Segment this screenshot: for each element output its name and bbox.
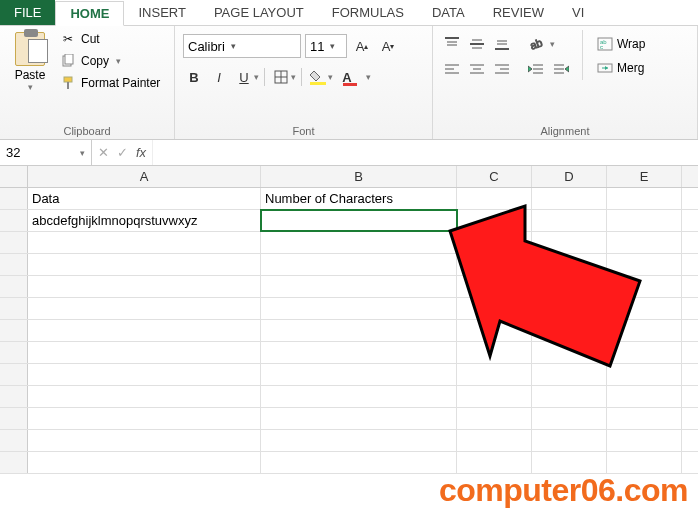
cell[interactable]: Data [28,188,261,209]
cell[interactable] [532,232,607,253]
row-header[interactable] [0,298,28,319]
row-header[interactable] [0,364,28,385]
cell[interactable] [532,320,607,341]
tab-data[interactable]: DATA [418,0,479,25]
cell[interactable] [532,276,607,297]
cell[interactable] [261,408,457,429]
cell[interactable] [261,364,457,385]
orientation-button[interactable]: ab [525,34,547,54]
cell[interactable] [457,232,532,253]
format-painter-button[interactable]: Format Painter [56,74,164,92]
cell[interactable] [457,188,532,209]
cell[interactable] [457,408,532,429]
cell[interactable] [28,320,261,341]
cell[interactable] [607,276,682,297]
cell[interactable] [607,254,682,275]
align-right-button[interactable] [491,60,513,80]
cell[interactable] [28,254,261,275]
tab-formulas[interactable]: FORMULAS [318,0,418,25]
cell[interactable] [532,452,607,473]
increase-indent-button[interactable] [550,60,572,80]
cell[interactable] [28,452,261,473]
fill-handle[interactable] [455,229,461,235]
cell[interactable] [261,342,457,363]
cell[interactable] [607,364,682,385]
cell[interactable] [261,254,457,275]
fill-color-button[interactable] [307,66,329,88]
tab-file[interactable]: FILE [0,0,55,25]
cell[interactable] [532,364,607,385]
cell[interactable]: Number of Characters [261,188,457,209]
cell-selected[interactable] [261,210,457,231]
accept-formula-button[interactable]: ✓ [117,145,128,160]
bold-button[interactable]: B [183,66,205,88]
copy-button[interactable]: Copy ▾ [56,52,164,70]
cell[interactable] [457,276,532,297]
cell[interactable] [28,430,261,451]
merge-button[interactable]: Merg [593,58,649,78]
tab-insert[interactable]: INSERT [124,0,199,25]
cell[interactable] [532,188,607,209]
cell[interactable] [261,452,457,473]
cell[interactable] [607,188,682,209]
cell[interactable] [532,386,607,407]
row-header[interactable] [0,342,28,363]
align-middle-button[interactable] [466,34,488,54]
tab-review[interactable]: REVIEW [479,0,558,25]
cell[interactable] [607,298,682,319]
row-header[interactable] [0,386,28,407]
column-header-c[interactable]: C [457,166,532,187]
cell[interactable] [261,386,457,407]
align-top-button[interactable] [441,34,463,54]
cell[interactable] [457,342,532,363]
paste-button[interactable]: Paste ▾ [8,30,52,92]
row-header[interactable] [0,430,28,451]
column-header-e[interactable]: E [607,166,682,187]
name-box[interactable]: 32 ▾ [0,140,92,165]
column-header-a[interactable]: A [28,166,261,187]
underline-button[interactable]: U [233,66,255,88]
cell[interactable] [261,276,457,297]
cell[interactable] [532,408,607,429]
cell[interactable] [28,232,261,253]
cell[interactable] [457,430,532,451]
row-header[interactable] [0,188,28,209]
cell[interactable] [28,408,261,429]
align-bottom-button[interactable] [491,34,513,54]
italic-button[interactable]: I [208,66,230,88]
cell[interactable] [457,320,532,341]
tab-home[interactable]: HOME [55,1,124,26]
cell[interactable] [28,342,261,363]
cell[interactable] [261,430,457,451]
wrap-text-button[interactable]: abc Wrap [593,34,649,54]
tab-view[interactable]: VI [558,0,598,25]
cell[interactable] [261,232,457,253]
cell[interactable] [607,386,682,407]
select-all-corner[interactable] [0,166,28,187]
decrease-indent-button[interactable] [525,60,547,80]
row-header[interactable] [0,452,28,473]
cell[interactable] [457,298,532,319]
row-header[interactable] [0,320,28,341]
cell[interactable] [607,210,682,231]
font-size-combo[interactable]: 11▾ [305,34,347,58]
column-header-b[interactable]: B [261,166,457,187]
row-header[interactable] [0,232,28,253]
cell[interactable] [261,320,457,341]
row-header[interactable] [0,276,28,297]
formula-input[interactable] [153,140,698,165]
cell[interactable] [457,386,532,407]
row-header[interactable] [0,210,28,231]
align-center-button[interactable] [466,60,488,80]
fx-label[interactable]: fx [136,145,146,160]
cell[interactable] [457,210,532,231]
cell[interactable] [532,298,607,319]
cut-button[interactable]: ✂ Cut [56,30,164,48]
border-button[interactable] [270,66,292,88]
cell[interactable] [457,452,532,473]
cell[interactable] [607,320,682,341]
increase-font-button[interactable]: A▴ [351,35,373,57]
cell[interactable]: abcdefghijklmnopqrstuvwxyz [28,210,261,231]
row-header[interactable] [0,408,28,429]
cell[interactable] [532,254,607,275]
